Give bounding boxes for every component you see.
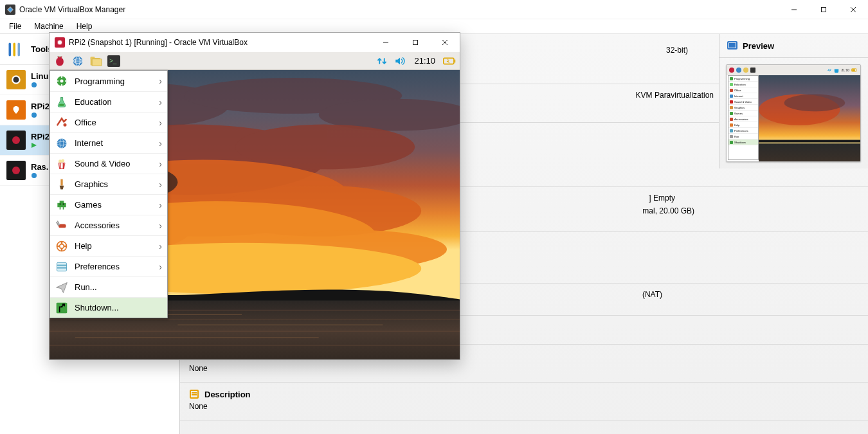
lifebuoy-icon [55,240,68,253]
chevron-right-icon: › [159,262,162,272]
tools-icon [6,41,24,59]
svg-point-80 [59,104,64,105]
details-description: Description None [180,383,868,420]
vm-state [31,112,50,118]
svg-marker-50 [446,59,449,64]
vbm-window-controls [779,0,868,19]
svg-rect-29 [759,140,860,143]
menu-file[interactable]: File [4,21,26,32]
network-nat: (NAT) [642,290,662,299]
menu-label: Preferences [75,262,152,271]
vbox-icon [5,5,15,15]
vm-desktop[interactable]: >_ 21:10 [50,52,460,359]
preview-icon [727,41,737,51]
paperplane-icon [55,281,68,294]
svg-point-16 [32,173,37,178]
svg-rect-95 [57,262,67,271]
chevron-right-icon: › [159,138,162,149]
svg-point-15 [12,167,20,174]
svg-point-75 [60,80,64,83]
terminal-icon[interactable]: >_ [107,55,120,68]
svg-rect-86 [63,163,64,168]
preview-thumbnail[interactable]: 21:10 Programming Education Office Inter… [726,64,861,162]
svg-point-36 [58,41,62,44]
svg-point-88 [61,159,64,162]
maximize-button[interactable] [809,0,838,19]
swiss-knife-icon [55,219,68,232]
svg-rect-3 [822,7,826,12]
menu-label: Games [75,200,152,210]
description-header: Description [204,390,251,399]
preview-label: Preview [743,41,774,51]
invader-icon [55,199,68,212]
menu-office[interactable]: Office › [50,112,167,132]
raspberry-menu-icon[interactable] [53,55,66,68]
menu-label: Graphics [75,179,152,189]
menu-label: Run... [75,282,162,292]
menu-label: Accessories [75,221,152,230]
shutdown-icon [55,302,68,314]
network-icon[interactable] [375,55,388,68]
file-manager-icon[interactable] [89,55,102,68]
svg-rect-90 [60,203,61,204]
vbm-menubar: File Machine Help [0,19,868,33]
battery-icon[interactable] [443,55,456,68]
menu-label: Shutdown... [75,303,162,312]
svg-marker-14 [32,143,37,148]
prefs-icon [55,260,68,273]
svg-point-94 [60,244,64,248]
vmw-maximize-button[interactable] [401,33,430,52]
menu-education[interactable]: Education › [50,91,167,112]
menu-graphics[interactable]: Graphics › [50,174,167,194]
menu-preferences[interactable]: Preferences › [50,256,167,276]
menu-help[interactable]: Help [71,21,98,32]
web-browser-icon[interactable] [71,55,84,68]
chevron-right-icon: › [159,221,162,231]
minimize-button[interactable] [779,0,809,19]
vmw-minimize-button[interactable] [371,33,401,52]
menu-sound-video[interactable]: Sound & Video › [50,153,167,174]
vm-thumb [6,100,26,120]
menu-programming[interactable]: Programming › [50,71,167,91]
menu-run[interactable]: Run... [50,276,167,297]
taskbar-clock[interactable]: 21:10 [411,56,438,66]
menu-games[interactable]: Games › [50,194,167,215]
menu-help[interactable]: Help › [50,235,167,256]
volume-icon[interactable] [393,55,406,68]
close-button[interactable] [838,0,868,19]
vm-app-icon [55,37,65,48]
svg-rect-8 [18,42,21,56]
svg-rect-7 [14,42,16,56]
svg-rect-38 [413,41,418,45]
flask-icon [55,96,68,109]
chevron-right-icon: › [159,76,162,86]
preview-wallpaper [759,75,860,161]
svg-point-81 [64,123,67,126]
menu-label: Help [75,241,152,251]
svg-rect-49 [455,59,456,62]
chevron-right-icon: › [159,179,162,190]
vmw-title: RPi2 (Snapshot 1) [Running] - Oracle VM … [69,38,371,47]
popcorn-icon [55,158,68,170]
svg-point-57 [235,125,415,170]
description-icon [189,389,199,399]
chevron-right-icon: › [159,118,162,128]
svg-point-10 [14,77,19,83]
preview-start-menu: Programming Education Office Internet So… [728,75,759,160]
rpi-taskbar: >_ 21:10 [50,52,460,70]
menu-shutdown[interactable]: Shutdown... [50,297,167,318]
shared-folders-value: None [189,364,208,373]
chevron-right-icon: › [159,97,162,107]
menu-accessories[interactable]: Accessories › [50,215,167,235]
start-menu: Programming › Education › Office › Inter… [50,70,168,318]
menu-machine[interactable]: Machine [29,21,68,32]
svg-rect-25 [852,69,855,71]
description-value: None [189,402,208,411]
brush-icon [55,178,68,191]
menu-internet[interactable]: Internet › [50,132,167,153]
svg-rect-85 [60,163,61,168]
menu-label: Internet [75,138,152,148]
vmw-close-button[interactable] [430,33,460,52]
vm-state [31,142,50,149]
svg-point-87 [59,159,62,163]
